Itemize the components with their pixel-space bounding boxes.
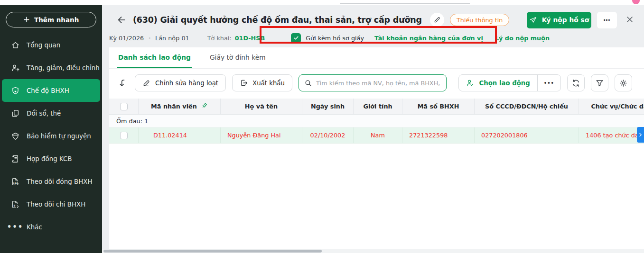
gear-icon [619,79,628,88]
svg-text:8: 8 [13,204,15,207]
tab-giay-to-dinh-kem[interactable]: Giấy tờ đính kèm [209,47,267,68]
sidebar-item-che-do-bhxh[interactable]: Chế độ BHXH [2,79,100,102]
sidebar-item-label: Tăng, giảm, điều chỉnh [27,64,100,72]
send-icon [529,16,537,24]
cell-position: 1406 tạo chức danh [579,127,644,143]
home-icon [10,40,20,50]
submit-dossier-label: Ký nộp hồ sơ [542,16,589,24]
column-header-social-insurance: Mã số BHXH [402,99,475,114]
back-button[interactable] [116,14,129,26]
sidebar-item-label: Bảo hiểm tự nguyện [27,133,91,140]
person-adjust-icon [10,63,20,72]
sidebar-item-label: Theo dõi chi BHXH [27,201,85,208]
cell-gender: Nam [354,127,402,143]
sidebar-item-theo-doi-chi-bhxh[interactable]: 8 Theo dõi chi BHXH [0,193,102,216]
late-reason-link[interactable]: Lý do nộp muộn [495,35,550,42]
choose-employee-more-button[interactable]: ••• [538,75,560,91]
close-button[interactable] [624,14,635,26]
bulk-edit-button[interactable]: Chỉnh sửa hàng loạt [135,74,226,91]
chevron-right-icon [638,132,643,137]
column-header-full-name: Họ và tên [221,99,302,114]
sidebar-nav: Tổng quan Tăng, giảm, điều chỉnh Chế độ … [0,34,102,238]
submit-dossier-button[interactable]: Ký nộp hồ sơ [527,12,591,28]
document-8-icon: 8 [10,199,20,209]
refresh-icon [571,79,580,88]
group-header-row: Ốm đau: 1 [109,115,644,127]
choose-employee-button[interactable]: Chọn lao động [459,75,537,91]
select-all-checkbox[interactable] [120,103,128,110]
cell-id-number: 027202001806 [475,127,579,143]
dossier-meta-row: Kỳ 01/2026 • Lần nộp 01 Tờ khai: 01D-HSB… [109,31,550,45]
column-header-birth-date: Ngày sinh [302,99,354,114]
sidebar-item-doi-so-the[interactable]: Đổi sổ, thẻ [0,102,102,125]
search-box [299,74,447,91]
sidebar-item-label: Khác [27,224,42,231]
tab-bar: Danh sách lao động Giấy tờ đính kèm [109,47,644,69]
quick-add-button[interactable]: + Thêm nhanh [6,12,96,27]
bank-account-link[interactable]: Tài khoản ngân hàng của đơn vị [374,35,483,42]
cell-employee-code: D11.02414 [139,127,221,143]
row-checkbox[interactable] [120,132,128,139]
declaration-label: Tờ khai: [207,35,232,42]
edit-title-button[interactable] [430,13,444,27]
column-header-gender: Giới tính [354,99,402,114]
ellipsis-icon: ••• [10,222,20,232]
page-header: (630) Giải quyết hưởng chế độ ốm đau, th… [116,11,635,29]
select-all-cell [109,99,139,114]
person-check-icon [466,79,475,87]
sidebar-item-label: Theo dõi đóng BHXH [27,178,92,185]
cell-birth-date: 02/10/2002 [302,127,354,143]
jump-down-icon[interactable] [116,77,129,89]
toolbar: Chỉnh sửa hàng loạt Xuất khẩu Chọn lao đ… [109,72,644,94]
arrow-left-icon [116,15,127,25]
scroll-right-button[interactable] [637,127,644,143]
filter-button[interactable] [591,74,608,91]
sidebar-item-bao-hiem-tu-nguyen[interactable]: Bảo hiểm tự nguyện [0,125,102,147]
search-icon [304,79,312,87]
sidebar-item-tong-quan[interactable]: Tổng quan [0,34,102,56]
plus-icon: + [23,16,30,24]
app-window: + Thêm nhanh Tổng quan Tăng, giảm, điều … [0,0,644,253]
horizontal-scrollbar-thumb[interactable] [103,250,322,253]
contract-icon [10,154,20,163]
shield-heart-icon [10,86,20,95]
sidebar-item-khac[interactable]: ••• Khác [0,216,102,238]
declaration-code-link[interactable]: 01D-HSB [235,35,265,42]
sidebar: + Thêm nhanh Tổng quan Tăng, giảm, điều … [0,5,102,253]
column-label: Mã nhân viên [151,103,197,110]
sidebar-item-label: Hợp đồng KCB [27,155,72,163]
filter-icon [595,79,604,88]
status-badge: Thiếu thông tin [450,14,509,26]
paper-attach-checkbox[interactable] [291,33,301,43]
settings-button[interactable] [615,74,632,91]
cell-full-name: Nguyễn Đăng Hai [221,127,302,143]
sidebar-item-tang-giam[interactable]: Tăng, giảm, điều chỉnh [0,56,102,79]
bulk-edit-label: Chỉnh sửa hàng loạt [155,80,218,87]
export-label: Xuất khẩu [252,80,285,87]
dot-separator: • [148,36,151,41]
shield-icon [10,131,20,141]
column-header-position: Chức vụ/Chức da [579,99,644,114]
table-header-row: Mã nhân viên Họ và tên Ngày sinh Giới tí… [109,99,644,115]
header-more-button[interactable]: ••• [597,12,617,28]
column-header-id-number: Số CCCD/ĐDCN/Hộ chiếu [475,99,579,114]
pencil-icon [433,16,441,24]
top-strip-line [340,3,470,4]
main-area: (630) Giải quyết hưởng chế độ ốm đau, th… [102,5,644,253]
sidebar-item-hop-dong-kcb[interactable]: Hợp đồng KCB [0,147,102,170]
notification-dot [632,0,640,4]
tab-danh-sach-lao-dong[interactable]: Danh sách lao động [117,47,192,68]
employee-table: Mã nhân viên Họ và tên Ngày sinh Giới tí… [109,99,644,144]
export-icon [240,79,248,87]
table-row[interactable]: D11.02414 Nguyễn Đăng Hai 02/10/2002 Nam… [109,127,644,144]
row-select-cell [109,127,139,143]
pin-icon[interactable] [201,102,208,111]
document-c12-icon: C12 [10,177,20,186]
search-input[interactable] [316,80,441,87]
page-title: (630) Giải quyết hưởng chế độ ốm đau, th… [133,15,423,25]
refresh-button[interactable] [567,74,585,91]
export-button[interactable]: Xuất khẩu [232,74,292,91]
sidebar-item-theo-doi-dong-bhxh[interactable]: C12 Theo dõi đóng BHXH [0,170,102,193]
edit-icon [142,79,151,87]
sidebar-item-label: Tổng quan [27,42,60,49]
